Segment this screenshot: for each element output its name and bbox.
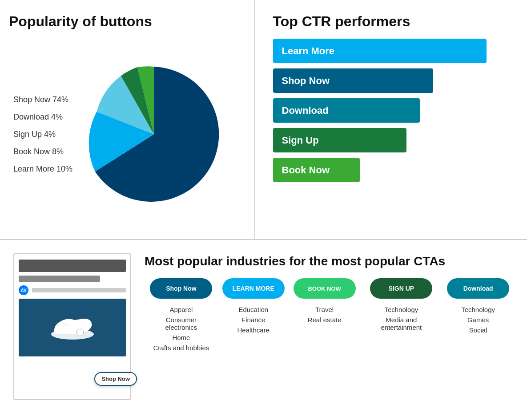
ctr-bar-shop-now: Shop Now [273, 68, 433, 93]
industries-columns: Shop Now Apparel Consumer electronics Ho… [145, 278, 514, 352]
industry-item: Crafts and hobbies [149, 344, 213, 352]
ctr-bar-book-now: Book Now [273, 158, 360, 182]
industries-section: Most popular industries for the most pop… [145, 253, 514, 352]
ctr-bar-download: Download [273, 98, 420, 123]
shoe-icon [48, 312, 97, 343]
industry-item: Technology [461, 306, 495, 313]
ctr-bar-learn-more: Learn More [273, 39, 487, 63]
mockup-av-row: AV [19, 285, 126, 295]
industry-item: Real estate [308, 316, 342, 324]
ctr-title: Top CTR performers [273, 13, 510, 30]
industry-item: Social [461, 326, 495, 334]
industry-item: Games [461, 316, 495, 324]
industry-btn-download[interactable]: Download [447, 278, 509, 299]
industry-item: Apparel [149, 306, 213, 313]
industry-list-learn-more: Education Finance Healthcare [237, 306, 270, 334]
pie-legend: Shop Now 74% Download 4% Sign Up 4% Book… [13, 95, 72, 174]
legend-book-now: Book Now 8% [13, 147, 72, 156]
left-panel: Popularity of buttons Shop Now 74% Downl… [0, 0, 255, 239]
industry-list-sign-up: Technology Media and entertainment [364, 306, 438, 331]
industry-col-learn-more: LEARN MORE Education Finance Healthcare [218, 278, 289, 352]
industry-col-download: Download Technology Games Social [443, 278, 514, 352]
industry-col-sign-up: SIGN UP Technology Media and entertainme… [360, 278, 443, 352]
legend-shop-now: Shop Now 74% [13, 95, 72, 104]
bottom-section: AV Shop Now Most popular industries for … [0, 240, 527, 413]
mockup-shoe-area [19, 299, 126, 356]
legend-learn-more: Learn More 10% [13, 164, 72, 174]
industry-item: Consumer electronics [149, 316, 213, 331]
industry-item: Media and entertainment [364, 316, 438, 331]
industry-item: Home [149, 334, 213, 341]
industry-item: Travel [308, 306, 342, 313]
industry-btn-book-now[interactable]: BOOK NOW [294, 278, 356, 299]
industry-list-shop-now: Apparel Consumer electronics Home Crafts… [149, 306, 213, 352]
mockup-av-line [32, 288, 126, 292]
mockup-avatar: AV [19, 285, 28, 295]
right-panel: Top CTR performers Learn More Shop Now D… [255, 0, 527, 239]
industry-btn-shop-now[interactable]: Shop Now [150, 278, 212, 299]
industry-col-book-now: BOOK NOW Travel Real estate [289, 278, 360, 352]
industry-btn-learn-more[interactable]: LEARN MORE [222, 278, 285, 299]
industry-item: Healthcare [237, 326, 270, 334]
industry-btn-sign-up[interactable]: SIGN UP [370, 278, 432, 299]
industry-col-shop-now: Shop Now Apparel Consumer electronics Ho… [145, 278, 218, 352]
industry-item: Education [237, 306, 270, 313]
industry-list-download: Technology Games Social [461, 306, 495, 334]
industry-item: Technology [364, 306, 438, 313]
ctr-bar-sign-up: Sign Up [273, 128, 406, 152]
industries-title: Most popular industries for the most pop… [145, 253, 514, 269]
legend-download: Download 4% [13, 112, 72, 122]
pie-chart-svg [83, 63, 225, 205]
mockup-header-bar [19, 260, 126, 272]
mockup-line1 [19, 276, 100, 282]
top-section: Popularity of buttons Shop Now 74% Downl… [0, 0, 527, 240]
pie-chart-title: Popularity of buttons [9, 13, 245, 30]
pie-chart-container: Shop Now 74% Download 4% Sign Up 4% Book… [9, 39, 245, 230]
mockup-shop-now-bubble[interactable]: Shop Now [94, 372, 137, 386]
industry-list-book-now: Travel Real estate [308, 306, 342, 324]
industry-item: Finance [237, 316, 270, 324]
mockup-image: AV Shop Now [13, 253, 131, 400]
legend-sign-up: Sign Up 4% [13, 130, 72, 139]
ctr-bars: Learn More Shop Now Download Sign Up Boo… [273, 39, 510, 182]
svg-point-1 [76, 329, 84, 336]
